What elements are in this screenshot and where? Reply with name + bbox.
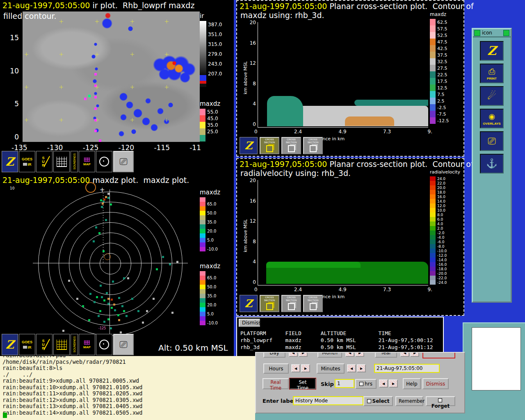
hours-button[interactable]: Hours [263,363,289,374]
zebra-menu-button[interactable]: Z [240,295,258,312]
map-button[interactable]: MAP [79,151,95,172]
colorbar-label: 57.5 [437,25,449,32]
dismiss-button[interactable]: Dismiss [422,378,449,389]
day-button[interactable]: Day [263,352,285,358]
dismiss-button[interactable]: Dismiss [239,319,260,327]
window-menu-button[interactable] [474,30,480,36]
colorbar-segment [430,111,436,117]
minutes-forward-button[interactable]: ▶ [357,364,366,372]
month-back-button[interactable]: ◀ [345,352,354,357]
year-field[interactable] [422,352,455,358]
grid-button[interactable] [53,151,70,172]
grid-button[interactable] [53,334,70,355]
overlays-button[interactable]: ◉OVERLAYS [480,109,504,128]
hrs-unit-button[interactable]: hrs [355,379,377,389]
month-button[interactable]: Month [317,352,342,358]
colorbar-segment [200,276,205,280]
label-field[interactable]: History Mode [293,396,363,405]
soundings-button[interactable]: SOUNDINGS [71,334,78,355]
goes-ir-button[interactable]: GOES IR [19,151,35,172]
hours-back-button[interactable]: ◀ [291,364,300,372]
cross-section-button-1[interactable]: CROSS SECTION [260,295,279,312]
cross-section-button-2[interactable]: CROSS SECTION [281,295,301,312]
hours-forward-button[interactable]: ▶ [301,364,310,372]
colorbar-segment [430,84,436,91]
zebra-menu-button[interactable]: Z [2,151,18,172]
goes-ir-button[interactable]: GOES IR [19,334,35,355]
cross-section-button-1[interactable]: CROSS SECTION [260,137,279,154]
map-button[interactable]: MAP [79,334,95,355]
radar-platform-button[interactable]: ⎚ [113,151,134,172]
window-iconify-button[interactable] [503,30,509,36]
day-back-button[interactable]: ◀ [289,352,298,357]
storm-selection-circle [85,182,96,193]
endpoint-marker[interactable]: + [100,186,105,194]
x-tick-label: 2.4 [294,287,302,292]
surface-data-button[interactable]: SUR [36,334,52,355]
colorbar-label: 62.5 [437,19,449,25]
cross-section-button-2[interactable]: CROSS SECTION [281,137,301,154]
colorbar-segment [430,212,436,217]
skip-field[interactable]: 1 [335,379,354,388]
maxdz-xsec-colorbar: maxdz 62.557.552.547.542.537.532.527.522… [430,11,449,124]
year-back-button[interactable]: ◀ [400,352,409,357]
cross-section-button-3[interactable]: CROSS SECTION [303,295,323,312]
terminal-window[interactable]: rain:beaufait:7>pwd/home/disk/rain/pacs/… [0,356,255,420]
x-tick-label: 0 [254,129,258,135]
x-tick-label: 0 [254,287,258,292]
range-rings-button[interactable] [96,151,112,172]
radialvelocity-colorbar: radialvelocity 24.022.020.018.016.014.01… [430,169,460,285]
colorbar-label: 35.0 [207,294,218,298]
colorbar-segment [430,199,436,203]
cross-section-button-3[interactable]: CROSS SECTION [303,137,323,154]
surface-data-button[interactable]: SUR [36,151,52,172]
ship-radar-button[interactable]: ⚓ [480,154,504,173]
zebra-menu-button[interactable]: Z [240,137,258,154]
colorbar-label: 17.5 [437,78,449,84]
range-rings-button[interactable] [96,334,112,355]
zebra-home-button[interactable]: Z [480,41,504,61]
satellite-icon [23,346,27,349]
colorbar-label: 2.0 [437,226,447,231]
year-button[interactable]: Year [375,352,397,358]
radar-platform-button[interactable]: ⎚ [113,334,134,355]
grid-icon [57,340,67,350]
ir-y-axis-ticks: 151050 [3,34,19,141]
select-button[interactable]: Select [363,396,393,406]
satellite-image[interactable] [23,11,200,142]
soundings-button[interactable]: SOUNDINGS [71,151,78,172]
minutes-button[interactable]: Minutes [317,363,345,374]
real-time-button[interactable]: Real Time [262,378,289,389]
colorbar-segment [200,321,205,325]
terminal-line: ./ ../ [2,372,253,378]
blank-subwindow [472,327,521,390]
skip-back-button[interactable]: ◀ [379,379,388,388]
icon-window-titlebar[interactable]: icon [473,29,511,37]
month-forward-button[interactable]: ▶ [355,352,364,357]
antenna-button[interactable]: ⎚ [480,131,504,151]
radar-scan-button[interactable]: ☄ [480,86,504,106]
colorbar-segment [430,221,436,226]
help-button[interactable]: Help [403,378,421,389]
day-forward-button[interactable]: ▶ [299,352,308,357]
set-time-button[interactable]: Set Time [290,378,316,389]
platform-status-table: PLATFORM FIELD ALTITUDE TIMErhb_lowprf m… [240,330,433,351]
time-field[interactable]: 21-Aug-97,5:05:00 [374,364,440,373]
minutes-back-button[interactable]: ◀ [347,364,356,372]
year-forward-button[interactable]: ▶ [410,352,419,357]
remember-button[interactable]: Remember [395,396,423,406]
colorbar-segment [200,122,205,128]
print-button[interactable]: ⎙PRINT [480,64,504,83]
forget-button[interactable]: Forget [426,396,455,406]
zebra-menu-button[interactable]: Z [2,334,18,355]
zebra-logo-icon: Z [487,46,496,56]
cross-section-plot-maxdz[interactable] [258,22,428,128]
cross-section-velocity-window: 21-aug-1997,05:05:00 Planar cross-sectio… [236,158,464,316]
colorbar-segment [200,211,205,215]
y-axis-label: km above MSL [243,219,248,252]
cross-section-plot-velocity[interactable] [258,180,428,285]
colorbar-label: 18.0 [437,190,447,194]
y-tick-label: 12 [250,218,256,224]
colorbar-label [207,289,218,294]
skip-forward-button[interactable]: ▶ [389,379,398,388]
